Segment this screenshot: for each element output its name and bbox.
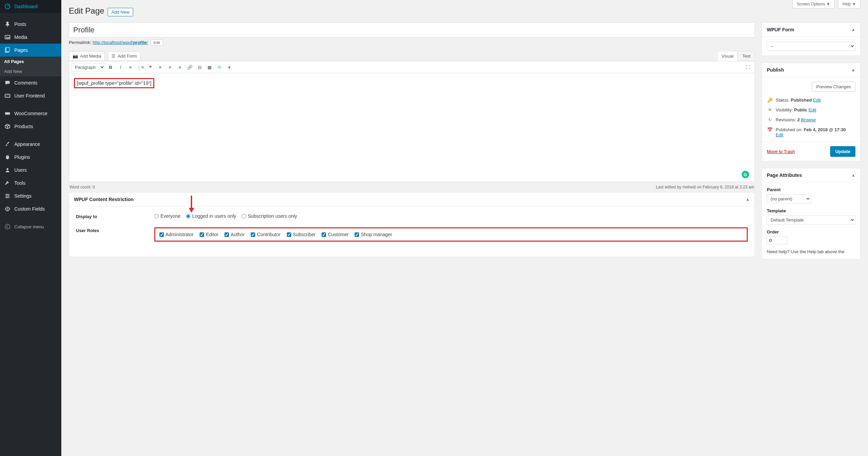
role-subscriber-checkbox[interactable]: Subscriber	[287, 232, 316, 237]
wpuf-toolbar-button[interactable]: ⟳	[215, 63, 224, 72]
toolbar-dropdown-button[interactable]: ▾	[225, 63, 234, 72]
history-icon: ↻	[767, 117, 773, 122]
bold-button[interactable]: B	[106, 63, 115, 72]
sidebar-item-woocommerce[interactable]: WooCommerce	[0, 107, 61, 120]
svg-point-9	[7, 95, 8, 96]
sidebar-item-users[interactable]: Users	[0, 164, 61, 177]
template-label: Template	[767, 208, 855, 213]
svg-line-1	[7, 5, 9, 6]
permalink-row: Permalink: http://localhost/wpuf/profile…	[69, 40, 755, 46]
plugins-icon	[4, 154, 11, 161]
wpuf-form-select[interactable]: --	[767, 42, 855, 51]
users-icon	[4, 167, 11, 173]
preview-changes-button[interactable]: Preview Changes	[812, 82, 855, 92]
role-author-checkbox[interactable]: Author	[224, 232, 245, 237]
display-everyone-option[interactable]: Everyone	[154, 213, 181, 219]
italic-button[interactable]: I	[116, 63, 125, 72]
role-contributor-checkbox[interactable]: Contributor	[251, 232, 280, 237]
appearance-icon	[4, 141, 11, 148]
calendar-icon: 📅	[767, 127, 773, 132]
status-edit-link[interactable]: Edit	[813, 97, 821, 103]
custom-icon	[4, 206, 11, 212]
annotation-arrow-icon	[186, 194, 197, 213]
template-select[interactable]: Default Template	[767, 215, 855, 225]
role-editor-checkbox[interactable]: Editor	[200, 232, 218, 237]
woo-icon	[4, 110, 11, 117]
move-to-trash-link[interactable]: Move to Trash	[767, 149, 795, 154]
display-subscription-option[interactable]: Subscription users only	[242, 213, 297, 219]
post-title-input[interactable]	[69, 22, 755, 37]
permalink-edit-button[interactable]: Edit	[151, 40, 163, 46]
tab-text[interactable]: Text	[738, 51, 755, 61]
align-center-button[interactable]: ≡	[166, 63, 174, 72]
add-media-button[interactable]: 📷Add Media	[69, 51, 105, 61]
published-edit-link[interactable]: Edit	[776, 132, 783, 137]
submenu-all-pages[interactable]: All Pages	[0, 57, 61, 66]
sidebar-item-dashboard[interactable]: Dashboard	[0, 0, 61, 13]
page-attributes-box: Page Attributes ▲ Parent (no parent) Tem…	[762, 168, 861, 259]
media-icon	[4, 34, 11, 41]
sidebar-item-custom-fields[interactable]: Custom Fields	[0, 202, 61, 215]
content-restriction-header[interactable]: WPUF Content Restriction ▲	[69, 193, 755, 207]
sidebar-item-posts[interactable]: Posts	[0, 18, 61, 31]
bullet-list-button[interactable]: ≡	[126, 63, 135, 72]
revisions-browse-link[interactable]: Browse	[801, 117, 816, 122]
sidebar-item-appearance[interactable]: Appearance	[0, 138, 61, 151]
format-select[interactable]: Paragraph	[71, 63, 105, 72]
display-logged-in-option[interactable]: Logged in users only	[186, 213, 236, 219]
sidebar-item-user-frontend[interactable]: User Frontend	[0, 89, 61, 102]
add-new-button[interactable]: Add New	[108, 8, 133, 16]
user-roles-box: Administrator Editor Author Contributor …	[154, 227, 748, 242]
pin-icon	[4, 21, 11, 28]
page-attributes-header[interactable]: Page Attributes ▲	[762, 168, 860, 182]
shortcode-highlight: [wpuf_profile type="profile" id="19"]	[74, 78, 154, 88]
collapse-icon: ▲	[746, 197, 750, 202]
tab-visual[interactable]: Visual	[717, 51, 738, 61]
permalink-link[interactable]: http://localhost/wpuf/profile/	[93, 40, 148, 45]
readmore-button[interactable]: ⊟	[195, 63, 204, 72]
numbered-list-button[interactable]: ⋮≡	[136, 63, 145, 72]
parent-label: Parent	[767, 187, 855, 192]
align-left-button[interactable]: ≡	[156, 63, 165, 72]
role-customer-checkbox[interactable]: Customer	[322, 232, 348, 237]
publish-header[interactable]: Publish ▲	[762, 63, 860, 77]
last-edited: Last edited by mehedi on February 6, 201…	[656, 185, 754, 189]
content-editor[interactable]: [wpuf_profile type="profile" id="19"] G	[69, 73, 755, 182]
submenu-add-new[interactable]: Add New	[0, 66, 61, 76]
editor-toolbar: Paragraph B I ≡ ⋮≡ ❝ ≡ ≡ ≡ 🔗 ⊟ ▦ ⟳ ▾ ⛶	[69, 61, 755, 73]
sidebar-item-pages[interactable]: Pages	[0, 44, 61, 57]
add-form-button[interactable]: ☰Add Form	[108, 51, 141, 61]
publish-box: Publish ▲ Preview Changes 🔑Status: Publi…	[762, 63, 861, 161]
parent-select[interactable]: (no parent)	[767, 194, 811, 203]
toolbar-toggle-button[interactable]: ▦	[205, 63, 214, 72]
role-shop-manager-checkbox[interactable]: Shop manager	[355, 232, 392, 237]
fullscreen-button[interactable]: ⛶	[744, 63, 753, 72]
blockquote-button[interactable]: ❝	[146, 63, 155, 72]
sidebar-item-settings[interactable]: Settings	[0, 189, 61, 202]
visibility-edit-link[interactable]: Edit	[809, 107, 816, 112]
order-input[interactable]	[767, 237, 787, 244]
update-button[interactable]: Update	[830, 146, 855, 157]
link-button[interactable]: 🔗	[185, 63, 194, 72]
svg-point-17	[8, 195, 9, 197]
wpuf-form-header[interactable]: WPUF Form ▲	[762, 23, 860, 37]
screen-options-tab[interactable]: Screen Options ▼	[792, 0, 835, 9]
sidebar-item-products[interactable]: Products	[0, 120, 61, 133]
form-icon: ☰	[111, 54, 115, 59]
svg-rect-11	[5, 112, 10, 115]
sidebar-item-comments[interactable]: Comments	[0, 76, 61, 89]
sidebar-item-tools[interactable]: Tools	[0, 177, 61, 189]
collapse-icon: ▲	[851, 173, 855, 178]
sidebar-item-media[interactable]: Media	[0, 31, 61, 44]
svg-point-3	[6, 36, 7, 37]
grammarly-icon[interactable]: G	[742, 171, 749, 178]
sidebar-item-plugins[interactable]: Plugins	[0, 151, 61, 164]
align-right-button[interactable]: ≡	[175, 63, 184, 72]
role-administrator-checkbox[interactable]: Administrator	[159, 232, 193, 237]
comment-icon	[4, 79, 11, 86]
collapse-menu-button[interactable]: Collapse menu	[0, 220, 61, 233]
wpuf-form-box: WPUF Form ▲ --	[762, 22, 861, 56]
help-tab[interactable]: Help ▼	[838, 0, 861, 9]
main-content: Screen Options ▼ Help ▼ Edit Page Add Ne…	[61, 0, 868, 456]
pages-icon	[4, 47, 11, 54]
